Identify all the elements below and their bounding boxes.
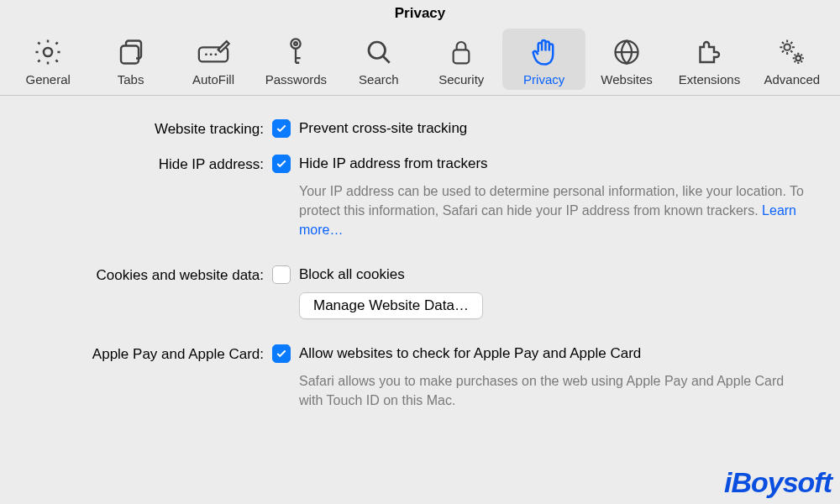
lock-icon <box>443 34 480 71</box>
tab-label: Websites <box>601 72 652 87</box>
tab-label: Tabs <box>118 72 144 87</box>
option-label: Prevent cross-site tracking <box>299 120 467 137</box>
tab-search[interactable]: Search <box>338 29 420 90</box>
svg-point-12 <box>795 55 801 60</box>
tab-passwords[interactable]: Passwords <box>255 29 337 90</box>
row-apple-pay: Apple Pay and Apple Card: Allow websites… <box>29 344 811 410</box>
svg-rect-9 <box>454 50 470 63</box>
magnifier-icon <box>360 34 397 71</box>
apple-pay-description: Safari allows you to make purchases on t… <box>299 371 811 410</box>
row-website-tracking: Website tracking: Prevent cross-site tra… <box>29 119 811 138</box>
option-label: Allow websites to check for Apple Pay an… <box>299 345 641 362</box>
tab-security[interactable]: Security <box>420 29 502 90</box>
checkbox-apple-pay[interactable] <box>272 344 291 363</box>
option-label: Block all cookies <box>299 266 405 283</box>
tab-label: Search <box>359 72 399 87</box>
option-label: Hide IP address from trackers <box>299 155 488 172</box>
tab-advanced[interactable]: Advanced <box>751 29 833 90</box>
tab-label: Security <box>438 72 484 87</box>
svg-point-5 <box>214 53 217 55</box>
tab-autofill[interactable]: AutoFill <box>172 29 255 90</box>
svg-rect-1 <box>121 46 139 64</box>
pencil-field-icon <box>195 34 232 71</box>
svg-point-6 <box>291 39 301 48</box>
preferences-toolbar: General Tabs AutoFill Passwords Search S… <box>0 25 840 96</box>
tab-tabs[interactable]: Tabs <box>89 29 171 90</box>
svg-point-8 <box>369 42 386 59</box>
watermark-logo: iBoysoft <box>724 466 832 499</box>
tabs-icon <box>113 34 150 71</box>
hide-ip-description: Your IP address can be used to determine… <box>299 181 811 240</box>
puzzle-icon <box>690 34 727 71</box>
row-hide-ip: Hide IP address: Hide IP address from tr… <box>29 155 811 240</box>
svg-point-7 <box>295 42 298 45</box>
row-label: Website tracking: <box>29 119 272 138</box>
tab-label: AutoFill <box>192 72 234 87</box>
tab-websites[interactable]: Websites <box>585 29 668 90</box>
privacy-pane: Website tracking: Prevent cross-site tra… <box>0 96 840 410</box>
hand-icon <box>526 34 563 71</box>
tab-label: General <box>26 72 71 87</box>
gear-icon <box>29 34 66 71</box>
row-label: Apple Pay and Apple Card: <box>29 344 272 363</box>
tab-label: Privacy <box>523 72 564 87</box>
row-label: Cookies and website data: <box>29 265 272 284</box>
globe-icon <box>608 34 645 71</box>
row-cookies: Cookies and website data: Block all cook… <box>29 265 811 319</box>
svg-point-11 <box>784 45 790 50</box>
tab-general[interactable]: General <box>7 29 89 90</box>
checkbox-block-cookies[interactable] <box>272 265 291 284</box>
svg-point-3 <box>205 53 207 55</box>
tab-label: Passwords <box>265 72 327 87</box>
desc-text: Your IP address can be used to determine… <box>299 184 804 218</box>
checkbox-hide-ip[interactable] <box>272 155 291 173</box>
tab-extensions[interactable]: Extensions <box>668 29 750 90</box>
checkbox-prevent-cross-site[interactable] <box>272 119 291 138</box>
svg-point-0 <box>44 48 52 56</box>
tab-privacy[interactable]: Privacy <box>502 29 585 90</box>
row-label: Hide IP address: <box>29 155 272 173</box>
manage-website-data-button[interactable]: Manage Website Data… <box>299 292 483 319</box>
gears-icon <box>774 34 811 71</box>
svg-point-4 <box>210 53 213 55</box>
tab-label: Extensions <box>679 72 740 87</box>
tab-label: Advanced <box>764 72 821 87</box>
key-icon <box>277 34 314 71</box>
window-title: Privacy <box>0 0 840 25</box>
